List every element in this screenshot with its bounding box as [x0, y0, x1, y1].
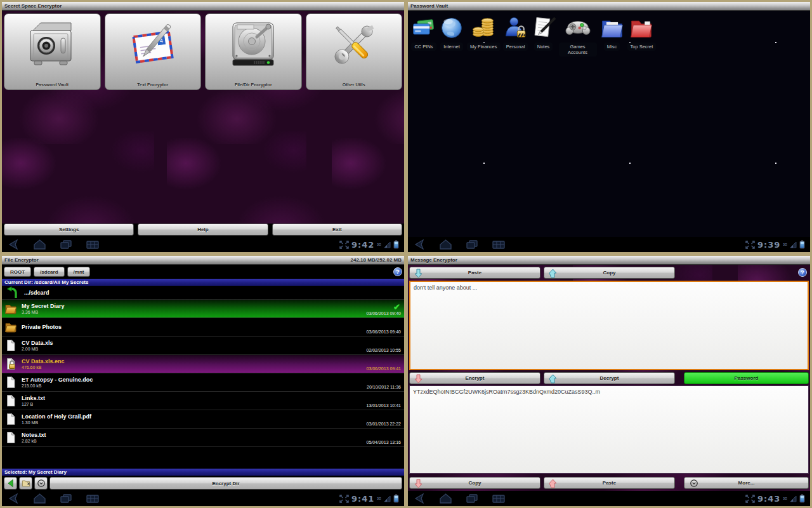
file-row[interactable]: Private Photos 03/06/2013 09:40	[2, 318, 404, 337]
tile-label: Password Vault	[4, 83, 100, 87]
file-date: 03/06/2013 09:40	[367, 330, 402, 334]
vault-folder-personal[interactable]: Personal	[503, 15, 528, 51]
file-row[interactable]: CV Data.xls.enc 476.60 kB 03/06/2013 09:…	[2, 355, 404, 373]
recents-icon[interactable]	[59, 493, 73, 504]
home-icon[interactable]	[33, 239, 46, 250]
decrypt-button[interactable]: Decrypt	[544, 372, 675, 384]
vault-folder-label: Notes	[534, 43, 553, 51]
vault-folder-label: Internet	[440, 43, 462, 51]
paste-button-top[interactable]: Paste	[409, 267, 540, 279]
file-size: 3.36 MB	[22, 309, 65, 315]
note-pen-icon	[531, 15, 556, 41]
grid-icon[interactable]	[492, 239, 506, 250]
encrypt-dir-button[interactable]: Encrypt Dir	[49, 477, 402, 490]
file-row[interactable]: Location of Holy Grail.pdf 1.30 MB 03/01…	[2, 410, 404, 429]
encrypt-button[interactable]: Encrypt	[409, 372, 540, 384]
copy-button-top[interactable]: Copy	[544, 267, 675, 279]
back-icon[interactable]	[7, 239, 20, 250]
help-icon[interactable]: ?	[798, 268, 807, 277]
tile-other-utils[interactable]: Other Utils	[306, 13, 403, 90]
file-name: Notes.txt	[22, 432, 46, 438]
navbar: 9:41 3G	[2, 491, 404, 506]
home-icon[interactable]	[439, 239, 452, 250]
paste-button-bottom[interactable]: Paste	[544, 477, 675, 489]
tile-text-encryptor[interactable]: 4 Text Encryptor	[105, 13, 202, 90]
storage-usage: 242.18 MB/252.02 MB	[351, 257, 402, 263]
tile-file-dir-encryptor[interactable]: File/Dir Encryptor	[205, 13, 302, 90]
settings-button[interactable]: Settings	[4, 224, 134, 236]
expand-icon[interactable]	[745, 495, 755, 503]
back-icon[interactable]	[7, 493, 20, 504]
expand-icon[interactable]	[339, 495, 349, 503]
vault-folder-label: CC PINs	[411, 43, 436, 51]
file-encryptor-window: File Encryptor 242.18 MB/252.02 MB ROOT …	[0, 254, 406, 508]
file-row[interactable]: ET Autopsy - Genuine.doc 215.00 kB 20/10…	[2, 373, 404, 392]
file-date: 05/04/2013 13:16	[367, 440, 402, 444]
grid-icon[interactable]	[86, 239, 100, 250]
back-dir-button[interactable]	[4, 477, 17, 490]
file-row[interactable]: My Secret Diary 3.36 MB 03/06/2013 09:40…	[2, 300, 404, 318]
mnt-button[interactable]: /mnt	[67, 267, 91, 277]
password-button[interactable]: Password	[684, 372, 809, 384]
file-row[interactable]: Notes.txt 2.82 kB 05/04/2013 13:16	[2, 429, 404, 447]
arrow-down-teal-icon	[414, 269, 422, 278]
help-button[interactable]: Help	[138, 224, 268, 236]
file-row[interactable]: Links.txt 127 B 13/01/2013 10:41	[2, 392, 404, 410]
copy-button-bottom[interactable]: Copy	[409, 477, 540, 489]
tile-password-vault[interactable]: Password Vault	[4, 13, 101, 90]
sdcard-button[interactable]: /sdcard	[34, 267, 64, 277]
grid-icon[interactable]	[86, 493, 100, 504]
back-icon[interactable]	[413, 239, 426, 250]
file-date: 03/06/2013 09:40	[367, 311, 402, 316]
home-icon[interactable]	[33, 493, 46, 504]
goto-dir-button[interactable]	[19, 477, 32, 490]
plain-text-area[interactable]: don't tell anyone about ...	[409, 281, 809, 370]
file-name: Location of Holy Grail.pdf	[22, 413, 91, 420]
vault-folder-cc-pins[interactable]: CC PINs	[411, 15, 436, 51]
vault-folder-label: My Finances	[467, 43, 501, 51]
recents-icon[interactable]	[465, 239, 479, 250]
signal-icon	[384, 495, 391, 502]
vault-folder-my-finances[interactable]: My Finances	[467, 15, 501, 51]
vault-folder-misc[interactable]: Misc	[599, 15, 625, 51]
decrypt-button-label: Decrypt	[600, 375, 619, 381]
signal-icon	[790, 495, 797, 502]
help-icon[interactable]: ?	[393, 267, 402, 276]
file-encryptor-titlebar: File Encryptor 242.18 MB/252.02 MB	[2, 256, 404, 265]
launcher-title: Secret Space Encryptor	[4, 3, 62, 9]
cipher-text-area[interactable]: YTzxdEQhoIN!BCGf2UWK6jsROatrn7ssgz3KBdnQ…	[409, 385, 809, 474]
vault-folder-internet[interactable]: Internet	[439, 15, 464, 51]
menu-button[interactable]	[34, 477, 48, 490]
arrow-up-teal-icon	[549, 374, 557, 384]
file-encryptor-title: File Encryptor	[4, 257, 39, 263]
file-icon	[4, 413, 17, 425]
signal-icon	[790, 241, 797, 248]
vault-titlebar: Password Vault	[408, 2, 810, 11]
grid-icon[interactable]	[492, 493, 506, 504]
vault-folder-top-secret[interactable]: Top Secret	[627, 15, 657, 51]
parent-dir-row[interactable]: .../sdcard	[2, 286, 404, 300]
expand-icon[interactable]	[745, 241, 755, 249]
file-size: 1.30 MB	[22, 420, 91, 425]
exit-button[interactable]: Exit	[272, 224, 402, 236]
vault-folder-notes[interactable]: Notes	[531, 15, 556, 51]
person-lock-icon	[503, 15, 528, 41]
clock: 9:42	[351, 240, 374, 250]
root-button[interactable]: ROOT	[4, 267, 31, 277]
recents-icon[interactable]	[59, 239, 73, 250]
encrypt-button-label: Encrypt	[466, 375, 485, 381]
home-icon[interactable]	[439, 493, 452, 504]
paste-button-label: Paste	[468, 270, 481, 276]
globe-icon	[439, 15, 464, 41]
arrow-down-pink-icon	[414, 479, 422, 488]
expand-icon[interactable]	[339, 241, 349, 249]
recents-icon[interactable]	[465, 493, 479, 504]
back-icon[interactable]	[413, 493, 426, 504]
file-date: 20/10/2012 11:36	[367, 385, 401, 389]
more-button[interactable]: More...	[684, 477, 809, 489]
folder-icon	[4, 302, 17, 315]
check-icon: ✔	[393, 302, 400, 312]
vault-folder-games-accounts[interactable]: Games Accounts	[559, 15, 597, 57]
folder-icon	[4, 321, 17, 333]
file-row[interactable]: CV Data.xls 2.00 MB 02/02/2013 10:55	[2, 337, 404, 355]
